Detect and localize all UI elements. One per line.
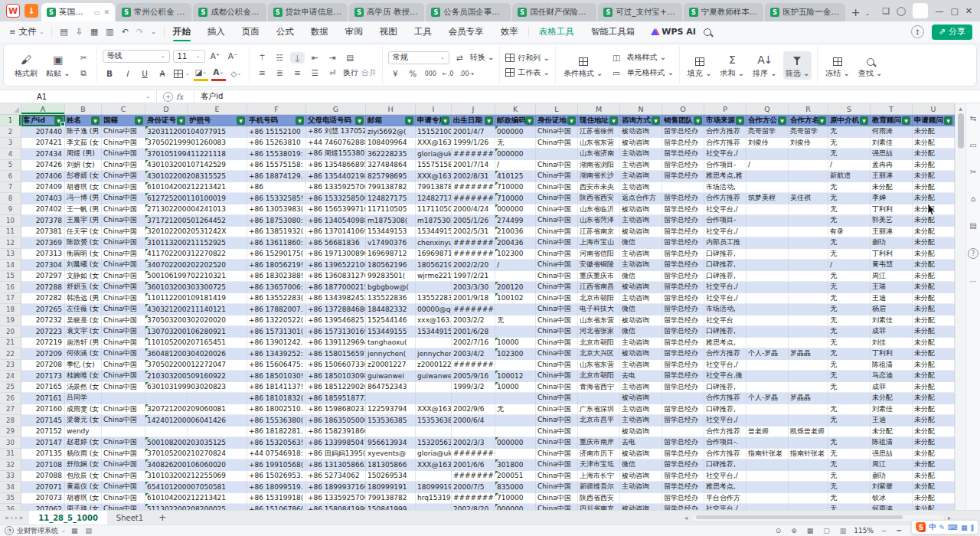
cell[interactable]: 370105199411221118 [145, 149, 247, 160]
cell[interactable]: 207088 [21, 471, 65, 482]
cell[interactable]: +86 1533258500( [306, 193, 366, 204]
cell[interactable]: 200120 [495, 282, 536, 293]
cell[interactable]: 无 [828, 138, 871, 149]
cell[interactable]: 何雨涛 [871, 504, 913, 510]
cell[interactable]: 李婵 [871, 193, 913, 204]
column-header-M[interactable]: M [578, 103, 620, 114]
cell[interactable]: 微信 [620, 459, 662, 471]
filter-dropdown-icon[interactable]: ▼ [525, 116, 534, 125]
format-painter-button[interactable]: 🖌 格式刷 [12, 51, 40, 80]
cell[interactable]: 刘俊伶 [789, 138, 828, 149]
cell[interactable]: 指南针张老 [789, 449, 828, 460]
cell[interactable]: 曾老师 [746, 427, 789, 438]
row-number[interactable]: 11 [0, 227, 21, 238]
filter-dropdown-icon[interactable]: ▼ [860, 116, 868, 125]
cell[interactable]: +86 15290175( [247, 249, 306, 260]
cell[interactable]: China中国 [536, 237, 578, 249]
cell[interactable]: 山东省济南 [578, 149, 620, 160]
cell[interactable]: 000000 [495, 149, 536, 160]
cell[interactable]: 何雨涛 [871, 126, 913, 138]
cell[interactable]: +86 1580156591! [306, 348, 366, 360]
cell[interactable]: 包欣辰 (女 [65, 471, 102, 482]
cell[interactable]: 207062 [21, 504, 65, 510]
cell[interactable]: China中国 [536, 260, 578, 271]
cell[interactable]: 207426 [21, 160, 65, 172]
cell[interactable] [746, 249, 789, 260]
align-right-icon[interactable]: ≡ [290, 67, 305, 79]
cell[interactable]: 207265 [21, 304, 65, 315]
cell[interactable]: 2002/7/16 [452, 338, 495, 349]
cell[interactable] [789, 293, 828, 305]
cell[interactable]: 无 [828, 282, 871, 293]
cell[interactable]: 207223 [21, 326, 65, 338]
sheet-tab-Sheet1[interactable]: Sheet1 [107, 511, 152, 525]
clear-format-button[interactable]: ◇ ⌄ [229, 68, 243, 80]
cell[interactable]: 留学总经办 [662, 126, 704, 138]
cell[interactable]: 2002/8/31 [452, 171, 495, 182]
cell[interactable] [789, 493, 828, 505]
row-number[interactable]: 13 [0, 249, 21, 260]
cell[interactable]: 207304 [21, 260, 65, 271]
cell[interactable]: 无 [828, 459, 871, 471]
sort-button[interactable]: A↓ 排序 ⌄ [750, 51, 779, 80]
cell[interactable]: 何依涵 (女 [65, 348, 102, 360]
cell[interactable]: 被动咨询 [620, 449, 662, 460]
cell[interactable]: 指南针张老 [746, 449, 789, 460]
cell[interactable]: 韩浩远 (男 [65, 293, 102, 305]
cell[interactable]: 胡睿琪 (女 [65, 182, 102, 194]
cell[interactable]: 835000 [495, 482, 536, 493]
cell[interactable]: +86 刘慧 137052 [306, 126, 366, 138]
cell[interactable]: China中国 [102, 227, 145, 238]
cell[interactable]: 口碑推荐, [704, 249, 746, 260]
cell[interactable]: gloria@uk( [416, 449, 452, 460]
cell[interactable] [416, 393, 452, 404]
cell[interactable]: 未分配 [913, 138, 955, 149]
increase-font-icon[interactable]: A⁺ [208, 51, 223, 62]
cell[interactable]: 被动咨询 [620, 282, 662, 293]
cell[interactable]: China中国 [536, 315, 578, 327]
board-icon[interactable]: ▦ [69, 527, 80, 534]
cell[interactable]: 留学总经办 [662, 193, 704, 204]
cell[interactable] [789, 215, 828, 227]
cell[interactable]: 丁利利 [871, 348, 913, 360]
menu-item-数据[interactable]: 数据 [302, 22, 337, 41]
cell[interactable]: 社交平台 [704, 315, 746, 327]
cell[interactable]: 凯烁曾老师 [789, 427, 828, 438]
cell[interactable] [746, 471, 789, 482]
cell[interactable]: 360103200303300725 [145, 282, 247, 293]
row-number[interactable]: 33 [0, 471, 21, 482]
cell[interactable] [366, 393, 416, 404]
cell[interactable]: China中国 [102, 326, 145, 338]
cell[interactable]: 四川省南充 [578, 504, 620, 510]
cell[interactable]: 未分配 [913, 382, 955, 394]
header-cell[interactable]: 身份证地▼ [536, 115, 578, 126]
cell[interactable]: China中国 [102, 449, 145, 460]
strikethrough-button[interactable]: A [155, 68, 170, 80]
menu-item-视图[interactable]: 视图 [371, 22, 406, 41]
cell[interactable]: China中国 [102, 504, 145, 510]
cell[interactable]: 衡琬明 (女 [65, 249, 102, 260]
cell[interactable]: +86 1582391866: [306, 427, 366, 438]
cell[interactable]: 留学总经办 [662, 315, 704, 327]
cell[interactable]: China中国 [536, 338, 578, 349]
cell[interactable]: 无 [828, 237, 871, 249]
cell[interactable]: +86 56681836 [306, 237, 366, 249]
header-cell[interactable]: 现住地址▼ [578, 115, 620, 126]
cell[interactable]: 周江 [871, 271, 913, 283]
cell[interactable] [746, 437, 789, 449]
cell[interactable]: +86 18056219! [247, 260, 306, 271]
cell[interactable]: 吴晓蔓 (女 [65, 315, 102, 327]
header-cell[interactable]: 销售团队▼ [662, 115, 704, 126]
cell[interactable]: 成菲 [871, 326, 913, 338]
header-cell[interactable]: 护照号▼ [188, 115, 247, 126]
cell[interactable]: 马恋迪 [871, 371, 913, 382]
cell[interactable]: China中国 [536, 126, 578, 138]
cell[interactable]: 无 [828, 149, 871, 160]
cell[interactable]: 2005/1/26 [452, 215, 495, 227]
decrease-font-icon[interactable]: A⁻ [226, 51, 240, 62]
cell[interactable]: 留学总经办 [662, 504, 704, 510]
cell[interactable]: China中国 [102, 404, 145, 416]
cell[interactable]: 返点合作方 [620, 193, 662, 204]
cell[interactable]: 无 [828, 449, 871, 460]
cell[interactable]: 雅思考点, [704, 338, 746, 349]
